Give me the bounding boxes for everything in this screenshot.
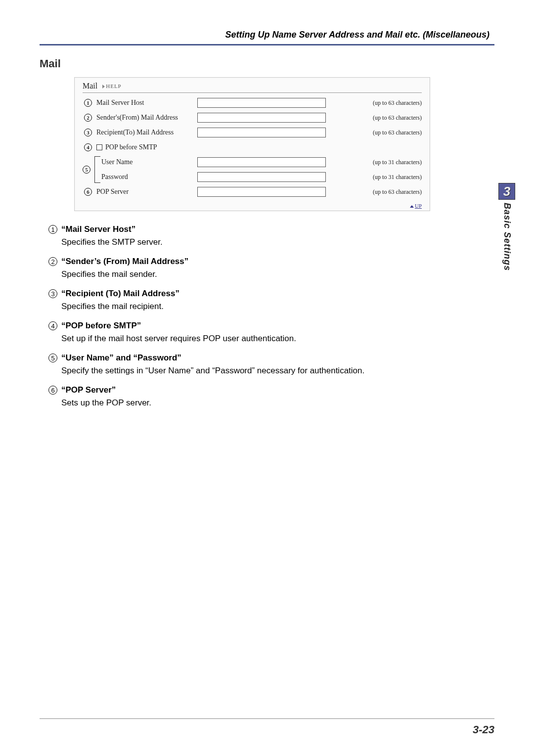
row-recipient-address: 3 Recipient(To) Mail Address (up to 63 c… — [83, 127, 422, 138]
input-user-name[interactable] — [197, 157, 326, 167]
row-pop-server: 6 POP Server (up to 63 characters) — [83, 186, 422, 198]
input-password[interactable] — [197, 172, 326, 182]
input-recipient-address[interactable] — [197, 128, 326, 137]
page-number: 3-23 — [473, 723, 494, 736]
input-mail-server-host[interactable] — [197, 98, 326, 108]
explanation-item-1: 1 “Mail Server Host” Specifies the SMTP … — [48, 223, 494, 248]
row-password: Password (up to 31 characters) — [101, 171, 422, 183]
input-pop-server[interactable] — [197, 187, 326, 197]
callout-1: 1 — [83, 99, 93, 107]
row-mail-server-host: 1 Mail Server Host (up to 63 characters) — [83, 97, 422, 109]
label-sender-address: Sender's(From) Mail Address — [93, 114, 197, 122]
pop-before-smtp-checkbox[interactable]: POP before SMTP — [93, 143, 157, 151]
section-title-mail: Mail — [40, 57, 494, 70]
bracket-icon — [94, 156, 100, 183]
explanation-title: “User Name” and “Password” — [61, 352, 494, 364]
circled-number-icon: 5 — [48, 354, 57, 362]
label-user-name: User Name — [101, 158, 197, 166]
mail-settings-screenshot: Mail HELP 1 Mail Server Host (up to 63 c… — [74, 77, 430, 211]
up-arrow-icon — [410, 205, 414, 208]
hint-user-name: (up to 31 characters) — [373, 159, 422, 166]
explanation-title: “POP before SMTP” — [61, 319, 494, 332]
chapter-label: Basic Settings — [502, 203, 512, 271]
hint-mail-server-host: (up to 63 characters) — [373, 99, 422, 107]
explanation-item-6: 6 “POP Server” Sets up the POP server. — [48, 384, 494, 409]
explanation-item-5: 5 “User Name” and “Password” Specify the… — [48, 352, 494, 377]
explanation-desc: Set up if the mail host server requires … — [61, 332, 494, 345]
explanation-list: 1 “Mail Server Host” Specifies the SMTP … — [48, 223, 494, 409]
header-rule — [40, 44, 494, 45]
label-password: Password — [101, 173, 197, 181]
explanation-desc: Specifies the SMTP server. — [61, 236, 494, 249]
up-link[interactable]: UP — [83, 201, 422, 210]
explanation-desc: Sets up the POP server. — [61, 397, 494, 409]
circled-number-icon: 2 — [48, 257, 57, 266]
explanation-item-2: 2 “Sender’s (From) Mail Address” Specifi… — [48, 255, 494, 280]
row-pop-before-smtp: 4 POP before SMTP — [83, 141, 422, 153]
checkbox-icon — [96, 144, 102, 150]
label-pop-before-smtp: POP before SMTP — [105, 143, 157, 151]
explanation-title: “POP Server” — [61, 384, 494, 397]
explanation-item-3: 3 “Recipient (To) Mail Address” Specifie… — [48, 287, 494, 312]
help-label: HELP — [106, 83, 122, 89]
callout-6: 6 — [83, 188, 93, 196]
explanation-desc: Specify the settings in “User Name” and … — [61, 364, 494, 377]
hint-recipient-address: (up to 63 characters) — [373, 129, 422, 136]
footer-rule — [40, 718, 494, 719]
row-user-pass-group: 5 User Name (up to 31 characters) Passwo… — [83, 156, 422, 183]
explanation-desc: Specifies the mail recipient. — [61, 300, 494, 313]
document-page: Setting Up Name Server Address and Mail … — [0, 0, 534, 756]
play-arrow-icon — [102, 85, 105, 89]
help-link[interactable]: HELP — [102, 83, 122, 89]
hint-password: (up to 31 characters) — [373, 174, 422, 181]
hint-pop-server: (up to 63 characters) — [373, 188, 422, 196]
circled-number-icon: 6 — [48, 386, 57, 395]
up-link-label: UP — [415, 203, 422, 209]
label-mail-server-host: Mail Server Host — [93, 99, 197, 107]
explanation-title: “Recipient (To) Mail Address” — [61, 287, 494, 300]
explanation-title: “Mail Server Host” — [61, 223, 494, 236]
chapter-number-badge: 3 — [498, 183, 515, 200]
screenshot-header: Mail HELP — [83, 82, 422, 93]
callout-5: 5 — [83, 156, 93, 183]
circled-number-icon: 3 — [48, 289, 57, 298]
explanation-item-4: 4 “POP before SMTP” Set up if the mail h… — [48, 319, 494, 345]
circled-number-icon: 4 — [48, 321, 57, 330]
screenshot-title: Mail — [83, 82, 97, 90]
hint-sender-address: (up to 63 characters) — [373, 114, 422, 122]
circled-number-icon: 1 — [48, 225, 57, 234]
label-recipient-address: Recipient(To) Mail Address — [93, 129, 197, 136]
page-header-title: Setting Up Name Server Address and Mail … — [40, 30, 494, 44]
callout-4: 4 — [83, 143, 93, 151]
chapter-side-tab: 3 Basic Settings — [498, 183, 515, 271]
callout-3: 3 — [83, 129, 93, 136]
explanation-desc: Specifies the mail sender. — [61, 268, 494, 281]
explanation-title: “Sender’s (From) Mail Address” — [61, 255, 494, 268]
row-user-name: User Name (up to 31 characters) — [101, 156, 422, 168]
input-sender-address[interactable] — [197, 113, 326, 123]
callout-2: 2 — [83, 114, 93, 122]
row-sender-address: 2 Sender's(From) Mail Address (up to 63 … — [83, 112, 422, 124]
label-pop-server: POP Server — [93, 188, 197, 196]
